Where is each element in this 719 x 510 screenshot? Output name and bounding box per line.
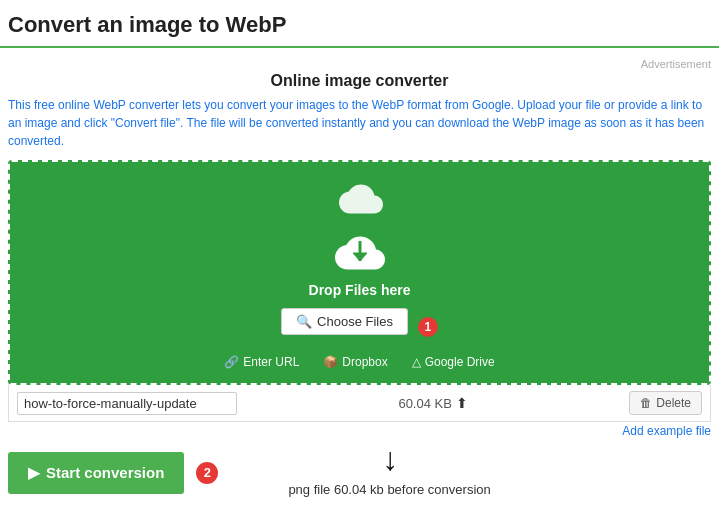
upload-icon: ⬆	[456, 395, 468, 411]
badge-2: 2	[196, 462, 218, 484]
drop-text: Drop Files here	[20, 282, 699, 298]
start-conversion-button[interactable]: ▶ Start conversion	[8, 452, 184, 494]
delete-label: Delete	[656, 396, 691, 410]
dropbox-link[interactable]: 📦 Dropbox	[323, 355, 387, 369]
link-icon: 🔗	[224, 355, 239, 369]
dropbox-label: Dropbox	[342, 355, 387, 369]
add-example-link[interactable]: Add example file	[0, 422, 719, 438]
trash-icon: 🗑	[640, 396, 652, 410]
converter-description: This free online WebP converter lets you…	[0, 96, 719, 150]
title-divider	[0, 46, 719, 48]
file-name-input[interactable]	[17, 392, 237, 415]
google-drive-label: Google Drive	[425, 355, 495, 369]
arrow-up-icon: ↑	[382, 448, 398, 480]
annotation-text: png file 60.04 kb before conversion	[288, 482, 490, 497]
drop-links: 🔗 Enter URL 📦 Dropbox △ Google Drive	[20, 355, 699, 369]
start-row: ▶ Start conversion 2 ↑ png file 60.04 kb…	[0, 440, 719, 497]
file-size-value: 60.04 KB	[398, 396, 452, 411]
ad-label: Advertisement	[0, 56, 719, 70]
file-size: 60.04 KB ⬆	[237, 395, 629, 411]
delete-button[interactable]: 🗑 Delete	[629, 391, 702, 415]
start-conversion-label: Start conversion	[46, 464, 164, 481]
dropbox-icon: 📦	[323, 355, 338, 369]
annotation-wrapper: ↑ png file 60.04 kb before conversion	[288, 448, 490, 497]
choose-files-label: Choose Files	[317, 314, 393, 329]
enter-url-link[interactable]: 🔗 Enter URL	[224, 355, 299, 369]
drop-zone[interactable]: Drop Files here 🔍 Choose Files 1 🔗 Enter…	[8, 160, 711, 385]
cloud-upload-icon	[20, 180, 699, 227]
choose-files-button[interactable]: 🔍 Choose Files	[281, 308, 408, 335]
badge-1: 1	[418, 317, 438, 337]
google-drive-link[interactable]: △ Google Drive	[412, 355, 495, 369]
converter-subtitle: Online image converter	[0, 72, 719, 90]
page-title: Convert an image to WebP	[0, 0, 719, 46]
drive-icon: △	[412, 355, 421, 369]
play-icon: ▶	[28, 464, 40, 482]
enter-url-label: Enter URL	[243, 355, 299, 369]
file-row: 60.04 KB ⬆ 🗑 Delete	[8, 385, 711, 422]
cloud-icon-wrapper	[20, 231, 699, 278]
search-icon: 🔍	[296, 314, 312, 329]
